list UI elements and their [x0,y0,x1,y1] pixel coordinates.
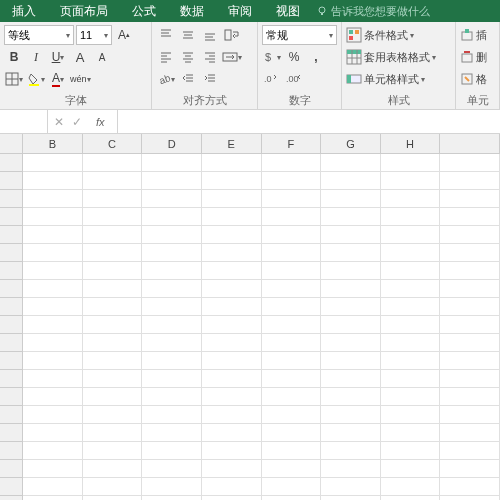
cell[interactable] [23,460,83,478]
cell[interactable] [321,478,381,496]
font-color-button[interactable]: A▾ [48,69,68,89]
cell[interactable] [83,442,143,460]
tab-data[interactable]: 数据 [168,0,216,22]
cell[interactable] [202,496,262,500]
cell[interactable] [202,460,262,478]
cell[interactable] [321,280,381,298]
col-header[interactable]: E [202,134,262,154]
cell[interactable] [440,352,500,370]
cell[interactable] [23,280,83,298]
cell[interactable] [83,226,143,244]
cell[interactable] [142,496,202,500]
cell[interactable] [381,190,441,208]
cell[interactable] [440,478,500,496]
cell[interactable] [440,370,500,388]
cell[interactable] [142,388,202,406]
cell[interactable] [202,190,262,208]
cell[interactable] [202,352,262,370]
row-header[interactable] [0,460,23,478]
cell[interactable] [23,190,83,208]
cell[interactable] [262,154,322,172]
cell[interactable] [381,262,441,280]
number-format-combo[interactable]: 常规▾ [262,25,337,45]
cell[interactable] [83,154,143,172]
cell[interactable] [321,460,381,478]
col-header[interactable]: H [381,134,441,154]
cell[interactable] [262,406,322,424]
cell[interactable] [142,226,202,244]
cell[interactable] [202,406,262,424]
row-header[interactable] [0,334,23,352]
cell[interactable] [83,496,143,500]
decrease-font-icon[interactable]: A [92,47,112,67]
row-header[interactable] [0,190,23,208]
increase-decimal-button[interactable]: .0 [262,69,282,89]
increase-font-button[interactable]: A▴ [114,25,134,45]
cell[interactable] [23,244,83,262]
conditional-format-button[interactable]: 条件格式▾ [346,24,451,46]
row-header[interactable] [0,208,23,226]
cell[interactable] [83,262,143,280]
tab-formula[interactable]: 公式 [120,0,168,22]
enter-icon[interactable]: ✓ [72,115,82,129]
cell[interactable] [381,334,441,352]
cell[interactable] [83,334,143,352]
increase-font-icon[interactable]: A [70,47,90,67]
cell[interactable] [321,226,381,244]
delete-cells-button[interactable]: 删 [460,46,495,68]
cell[interactable] [83,352,143,370]
percent-button[interactable]: % [284,47,304,67]
cell[interactable] [321,334,381,352]
row-header[interactable] [0,280,23,298]
row-header[interactable] [0,352,23,370]
cell[interactable] [440,208,500,226]
row-header[interactable] [0,370,23,388]
cell[interactable] [321,352,381,370]
cell[interactable] [381,388,441,406]
cell[interactable] [440,172,500,190]
cell[interactable] [23,172,83,190]
accounting-button[interactable]: $▾ [262,47,282,67]
cell[interactable] [83,424,143,442]
align-center-button[interactable] [178,47,198,67]
cell[interactable] [440,244,500,262]
cell[interactable] [202,334,262,352]
cell[interactable] [321,208,381,226]
cell[interactable] [23,316,83,334]
cell[interactable] [23,262,83,280]
cell[interactable] [83,208,143,226]
cell[interactable] [321,424,381,442]
cell[interactable] [381,226,441,244]
cell[interactable] [262,226,322,244]
cell[interactable] [83,172,143,190]
cell[interactable] [23,406,83,424]
cell[interactable] [381,496,441,500]
cell[interactable] [381,442,441,460]
cell[interactable] [381,280,441,298]
cell[interactable] [262,280,322,298]
phonetic-button[interactable]: wén▾ [70,69,91,89]
cell[interactable] [142,262,202,280]
cell[interactable] [262,388,322,406]
indent-decrease-button[interactable] [178,69,198,89]
row-header[interactable] [0,424,23,442]
cell[interactable] [202,370,262,388]
col-header[interactable] [440,134,500,154]
cell[interactable] [321,190,381,208]
tab-view[interactable]: 视图 [264,0,312,22]
cell[interactable] [202,208,262,226]
cancel-icon[interactable]: ✕ [54,115,64,129]
cell[interactable] [381,370,441,388]
cell[interactable] [440,190,500,208]
cell[interactable] [262,262,322,280]
cell[interactable] [381,352,441,370]
cell[interactable] [321,388,381,406]
row-header[interactable] [0,496,23,500]
cell[interactable] [262,442,322,460]
cell[interactable] [142,424,202,442]
format-cells-button[interactable]: 格 [460,68,495,90]
comma-button[interactable]: , [306,47,326,67]
cell[interactable] [202,172,262,190]
cell[interactable] [202,244,262,262]
decrease-decimal-button[interactable]: .00 [284,69,304,89]
